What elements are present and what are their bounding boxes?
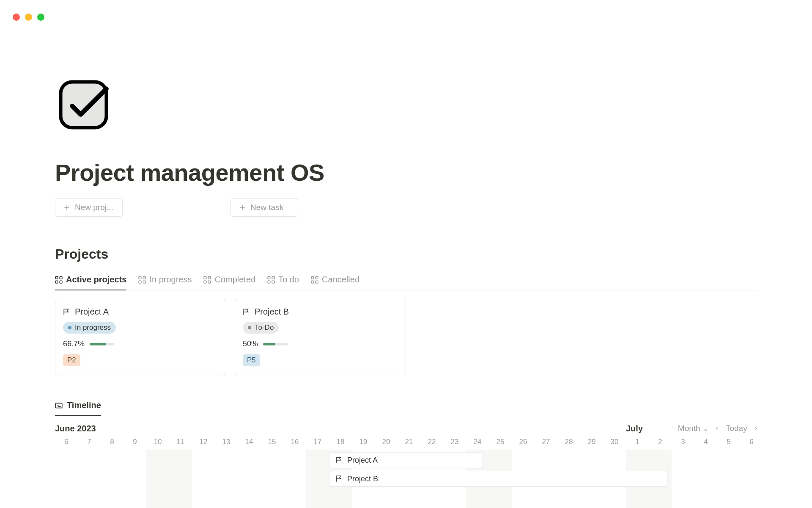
timeline-day-cell: 29	[580, 438, 603, 446]
svg-rect-20	[315, 281, 318, 283]
progress-row: 66.7%	[63, 340, 218, 348]
progress-bar-fill	[263, 343, 275, 345]
timeline-day-cell: 28	[557, 438, 580, 446]
window-maximize-icon[interactable]	[37, 14, 44, 21]
page-icon-checkmark	[55, 76, 112, 133]
svg-rect-15	[268, 281, 270, 283]
timeline-day-cell: 1	[626, 438, 649, 446]
svg-rect-16	[272, 281, 274, 283]
timeline-body: Project A Project B	[55, 450, 757, 492]
status-label: In progress	[75, 323, 111, 332]
timeline-day-cell: 21	[398, 438, 420, 446]
timeline-grid: 6789101112131415161718192021222324252627…	[55, 438, 757, 492]
page-title: Project management OS	[55, 159, 757, 186]
grid-icon	[138, 276, 146, 284]
chevron-down-icon: ⌄	[703, 425, 708, 433]
grid-icon	[311, 276, 318, 284]
grid-icon	[203, 276, 211, 284]
flag-icon	[335, 475, 343, 483]
new-project-button[interactable]: ＋ New proj...	[55, 198, 123, 217]
tab-label: Active projects	[66, 275, 126, 284]
tab-label: Completed	[214, 275, 255, 284]
svg-rect-3	[55, 281, 58, 283]
timeline-day-cell: 16	[283, 438, 306, 446]
progress-text: 66.7%	[63, 340, 85, 348]
svg-rect-8	[143, 281, 146, 283]
projects-section-title: Projects	[55, 246, 757, 262]
month-primary-label: June 2023	[55, 424, 96, 433]
timeline-day-cell: 9	[123, 438, 146, 446]
project-cards: Project A In progress 66.7% P2 Project B	[55, 299, 757, 375]
timeline-day-cell: 25	[489, 438, 512, 446]
window-minimize-icon[interactable]	[25, 14, 32, 21]
svg-rect-17	[311, 276, 314, 279]
svg-rect-14	[272, 276, 274, 279]
timeline-bar[interactable]: Project B	[329, 471, 667, 487]
card-title: Project B	[255, 307, 289, 317]
timeline-day-cell: 24	[466, 438, 489, 446]
grid-icon	[267, 276, 275, 284]
svg-rect-21	[55, 403, 62, 408]
window-close-icon[interactable]	[13, 14, 20, 21]
tab-in-progress[interactable]: In progress	[138, 275, 192, 290]
timeline-day-cell: 27	[535, 438, 557, 446]
status-pill: In progress	[63, 322, 116, 334]
tab-cancelled[interactable]: Cancelled	[311, 275, 359, 290]
project-card[interactable]: Project A In progress 66.7% P2	[55, 299, 226, 375]
card-title: Project A	[75, 307, 109, 317]
status-dot-icon	[248, 326, 251, 329]
tab-label: In progress	[149, 275, 192, 284]
project-card[interactable]: Project B To-Do 50% P5	[235, 299, 406, 375]
tab-timeline[interactable]: Timeline	[55, 400, 101, 416]
timeline-day-cell: 14	[238, 438, 261, 446]
progress-bar	[263, 343, 288, 345]
timeline-day-cell: 30	[603, 438, 626, 446]
timeline-next-button[interactable]: ›	[755, 425, 757, 432]
timeline-day-cell: 8	[101, 438, 123, 446]
timeline-bar[interactable]: Project A	[329, 452, 483, 468]
timeline-day-cell: 7	[78, 438, 101, 446]
new-task-button[interactable]: ＋ New task	[230, 198, 298, 217]
svg-rect-13	[268, 276, 270, 279]
tab-to-do[interactable]: To do	[267, 275, 299, 290]
timeline-header: June 2023 July Month ⌄ ‹ Today ›	[55, 416, 757, 438]
timeline-day-cell: 17	[306, 438, 329, 446]
timeline-day-cell: 2	[649, 438, 672, 446]
timeline-day-cell: 10	[146, 438, 169, 446]
timeline-day-cell: 15	[261, 438, 283, 446]
tab-completed[interactable]: Completed	[203, 275, 255, 290]
timeline-day-cell: 6	[55, 438, 78, 446]
flag-icon	[63, 308, 71, 316]
flag-icon	[243, 308, 250, 316]
svg-rect-19	[311, 281, 314, 283]
svg-rect-5	[139, 276, 142, 279]
flag-icon	[335, 456, 343, 464]
timeline-day-cell: 12	[192, 438, 215, 446]
timeline-tab-label: Timeline	[67, 400, 101, 410]
tab-active-projects[interactable]: Active projects	[55, 275, 126, 290]
timeline-day-cell: 22	[420, 438, 443, 446]
svg-rect-0	[61, 82, 107, 128]
progress-row: 50%	[243, 340, 398, 348]
timeline-day-cell: 5	[717, 438, 740, 446]
timeline-day-cell: 19	[352, 438, 375, 446]
tab-label: To do	[278, 275, 299, 284]
svg-rect-7	[139, 281, 142, 283]
timeline-prev-button[interactable]: ‹	[716, 425, 718, 432]
projects-tabs: Active projects In progress Completed To…	[55, 275, 757, 290]
progress-bar	[90, 343, 114, 345]
status-pill: To-Do	[243, 322, 279, 334]
svg-rect-11	[204, 281, 207, 283]
grid-icon	[55, 276, 63, 284]
timeline-day-row: 6789101112131415161718192021222324252627…	[55, 438, 757, 450]
priority-pill: P5	[243, 354, 260, 366]
svg-rect-4	[60, 281, 62, 283]
timeline-today-button[interactable]: Today	[726, 424, 747, 433]
status-label: To-Do	[255, 323, 274, 332]
timeline-bar-label: Project B	[347, 475, 378, 483]
timeline-scale-dropdown[interactable]: Month ⌄	[678, 424, 708, 433]
new-task-label: New task	[250, 203, 283, 212]
month-secondary-label: July	[626, 424, 643, 433]
plus-icon: ＋	[238, 203, 247, 212]
timeline-day-cell: 20	[375, 438, 398, 446]
